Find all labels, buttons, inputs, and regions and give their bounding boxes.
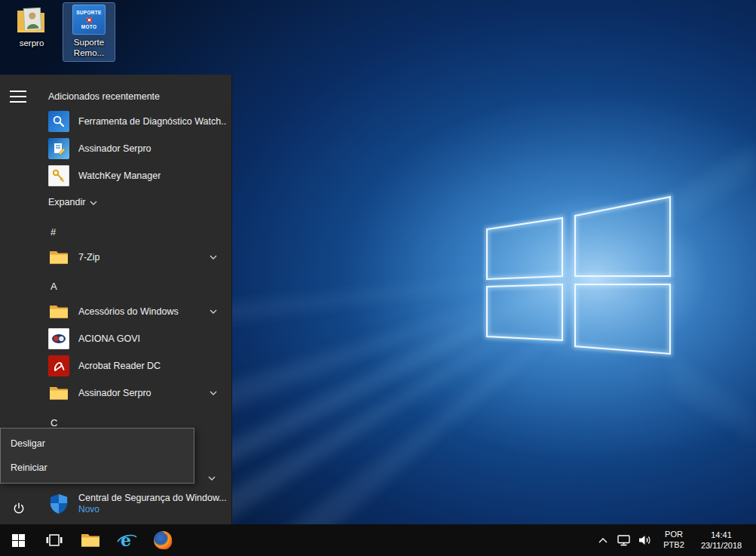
item-label: WatchKey Manager: [78, 170, 161, 181]
firefox-button[interactable]: [145, 524, 181, 556]
chevron-down-icon: [90, 197, 97, 207]
suporte-icon-text-2: MOTO: [81, 23, 97, 30]
svg-text:e: e: [121, 530, 131, 550]
section-letter-c[interactable]: C: [51, 417, 57, 429]
novo-badge: Novo: [78, 505, 226, 515]
firefox-icon: [153, 530, 173, 550]
desktop-icon-label: Suporte Remo...: [65, 37, 113, 59]
keyboard-layout: PTB2: [663, 540, 684, 551]
start-menu-item-aciona-govi[interactable]: ACIONA GOVI: [48, 325, 226, 352]
item-label: Assinador Serpro: [78, 143, 152, 154]
aciona-govi-icon: [48, 328, 69, 349]
task-view-icon: [46, 533, 63, 547]
tray-clock[interactable]: 14:41 23/11/2018: [691, 524, 751, 556]
language-code: POR: [663, 530, 684, 540]
watchkey-keys-icon: [48, 165, 69, 186]
volume-icon: [639, 535, 652, 545]
start-menu-item-central-seguranca[interactable]: Central de Segurança do Window... Novo: [48, 489, 226, 519]
diagnostic-tool-icon: [48, 111, 69, 132]
file-explorer-icon: [81, 533, 100, 548]
start-menu-item-assinador-serpro-recent[interactable]: Assinador Serpro: [48, 135, 226, 162]
clock-time: 14:41: [701, 530, 742, 540]
recently-added-header: Adicionados recentemente: [48, 91, 160, 102]
tray-language-indicator[interactable]: POR PTB2: [657, 524, 691, 556]
item-label: Assinador Serpro: [78, 388, 152, 398]
power-icon: [12, 502, 26, 515]
item-label: Acessórios do Windows: [78, 306, 179, 317]
internet-explorer-icon: e: [116, 530, 137, 550]
expand-button[interactable]: Expandir: [48, 197, 97, 207]
chevron-down-icon[interactable]: [210, 391, 217, 395]
hamburger-menu-button[interactable]: [10, 91, 26, 103]
suporte-icon-glyph: [87, 17, 92, 23]
tray-show-hidden-icons-button[interactable]: [593, 524, 613, 556]
windows-logo-icon: [12, 534, 25, 547]
network-icon: [617, 535, 630, 546]
start-menu-item-assinador-serpro-folder[interactable]: Assinador Serpro: [48, 379, 226, 407]
restart-menu-item[interactable]: Reiniciar: [1, 456, 194, 480]
chevron-up-icon: [598, 537, 608, 543]
power-menu: Desligar Reiniciar: [0, 428, 194, 484]
tray-network-button[interactable]: [613, 524, 634, 556]
suporte-icon-text-1: SUPORTE: [76, 9, 102, 16]
acrobat-reader-icon: [48, 355, 69, 376]
start-menu-item-acessorios-windows[interactable]: Acessórios do Windows: [48, 298, 226, 325]
chevron-down-icon[interactable]: [208, 470, 216, 484]
desktop-icon-serpro[interactable]: serpro: [6, 4, 57, 51]
assinador-serpro-icon: [48, 138, 69, 159]
item-label: ACIONA GOVI: [78, 333, 140, 344]
power-button[interactable]: [9, 499, 29, 518]
start-menu-item-acrobat-reader[interactable]: Acrobat Reader DC: [48, 352, 226, 379]
desktop-icon-label: serpro: [8, 38, 56, 48]
task-view-button[interactable]: [36, 524, 72, 556]
item-label: Central de Segurança do Window...: [78, 493, 226, 503]
suporte-remoto-icon: SUPORTE MOTO: [72, 5, 106, 35]
chevron-down-icon[interactable]: [210, 255, 217, 260]
start-menu-item-7zip[interactable]: 7-Zip: [48, 244, 226, 271]
expand-label: Expandir: [48, 197, 85, 207]
windows-desktop: serpro SUPORTE MOTO Suporte Remo... Adic…: [0, 0, 756, 556]
clock-date: 23/11/2018: [701, 540, 742, 551]
section-letter-hash[interactable]: #: [51, 226, 56, 238]
tray-volume-button[interactable]: [634, 524, 657, 556]
start-button[interactable]: [0, 524, 36, 556]
item-label: 7-Zip: [78, 252, 99, 263]
folder-icon: [48, 301, 69, 322]
start-menu: Adicionados recentemente Ferramenta de D…: [0, 75, 232, 524]
windows-security-shield-icon: [48, 493, 69, 515]
folder-icon: [48, 382, 69, 404]
taskbar: e: [0, 524, 756, 556]
item-label: Ferramenta de Diagnóstico Watch...: [78, 116, 226, 127]
shutdown-menu-item[interactable]: Desligar: [1, 432, 194, 456]
file-explorer-button[interactable]: [72, 524, 109, 556]
chevron-down-icon[interactable]: [210, 309, 217, 314]
item-label: Acrobat Reader DC: [78, 361, 161, 371]
serpro-folder-icon: [14, 5, 49, 35]
start-menu-item-watchkey-manager[interactable]: WatchKey Manager: [48, 162, 226, 189]
system-tray: POR PTB2 14:41 23/11/2018: [593, 524, 756, 556]
folder-icon: [48, 247, 69, 268]
internet-explorer-button[interactable]: e: [109, 524, 145, 556]
start-menu-item-ferramenta-diagnostico[interactable]: Ferramenta de Diagnóstico Watch...: [48, 108, 226, 135]
section-letter-a[interactable]: A: [51, 281, 57, 292]
desktop-icon-suporte-remoto[interactable]: SUPORTE MOTO Suporte Remo...: [63, 3, 115, 61]
